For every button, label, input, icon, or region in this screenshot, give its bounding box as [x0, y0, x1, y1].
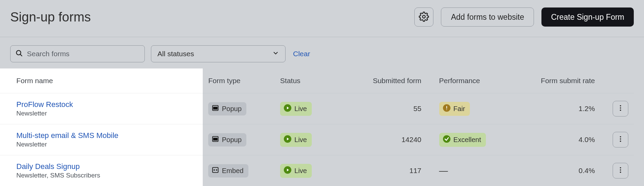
cell-rate: 1.2%: [533, 93, 607, 124]
page-header: Sign-up forms Add forms to website Creat…: [0, 0, 644, 37]
cell-performance: Fair: [434, 93, 533, 124]
svg-rect-14: [214, 138, 217, 140]
embed-icon: [212, 166, 219, 175]
kebab-icon: [617, 135, 624, 144]
status-pill: Live: [280, 102, 312, 116]
col-header-rate[interactable]: Form submit rate: [533, 68, 607, 93]
cell-rate: 4.0%: [533, 124, 607, 155]
col-header-performance[interactable]: Performance: [434, 68, 533, 93]
performance-empty: —: [439, 166, 448, 176]
settings-button[interactable]: [414, 7, 433, 27]
svg-line-2: [20, 55, 22, 56]
form-name-subtitle: Newsletter, SMS Subscribers: [16, 172, 197, 179]
table-row: Daily Deals SignupNewsletter, SMS Subscr…: [0, 155, 634, 186]
status-pill: Live: [280, 164, 312, 178]
cell-status: Live: [275, 155, 352, 186]
clear-filters-link[interactable]: Clear: [293, 50, 310, 58]
status-filter-value: All statuses: [157, 50, 194, 58]
status-label: Live: [294, 136, 307, 144]
performance-pill: Fair: [439, 102, 470, 116]
form-name-link[interactable]: ProFlow Restock: [16, 100, 73, 109]
col-header-status[interactable]: Status: [275, 68, 352, 93]
performance-label: Fair: [454, 105, 465, 113]
popup-icon: [212, 104, 219, 113]
form-name-link[interactable]: Daily Deals Signup: [16, 162, 80, 171]
status-label: Live: [294, 105, 307, 113]
svg-point-25: [620, 169, 621, 171]
header-actions: Add forms to website Create Sign-up Form: [414, 7, 634, 27]
search-input-wrap[interactable]: [10, 45, 145, 62]
add-forms-to-website-button[interactable]: Add forms to website: [441, 7, 534, 27]
table-row: Multi-step email & SMS MobileNewsletterP…: [0, 124, 634, 155]
svg-rect-4: [214, 107, 217, 109]
svg-point-18: [620, 136, 621, 137]
form-type-pill: Embed: [208, 164, 248, 177]
cell-rate: 0.4%: [533, 155, 607, 186]
col-header-menu: [607, 68, 634, 93]
form-type-label: Embed: [222, 167, 243, 175]
check-circle-icon: [443, 135, 451, 145]
svg-point-20: [620, 140, 621, 142]
svg-point-10: [620, 105, 621, 106]
row-actions-button[interactable]: [613, 101, 628, 117]
play-circle-icon: [283, 166, 292, 176]
form-name-link[interactable]: Multi-step email & SMS Mobile: [16, 131, 119, 140]
cell-submitted: 117: [352, 155, 434, 186]
cell-status: Live: [275, 124, 352, 155]
svg-point-12: [620, 109, 621, 111]
cell-actions: [607, 124, 634, 155]
kebab-icon: [617, 166, 624, 175]
cell-type: Embed: [203, 155, 275, 186]
status-label: Live: [294, 167, 307, 175]
table-row: ProFlow RestockNewsletterPopupLive55Fair…: [0, 93, 634, 124]
svg-point-17: [443, 135, 450, 143]
play-circle-icon: [283, 135, 292, 145]
play-circle-icon: [283, 104, 292, 114]
cell-submitted: 14240: [352, 124, 434, 155]
cell-submitted: 55: [352, 93, 434, 124]
cell-actions: [607, 93, 634, 124]
filters-bar: All statuses Clear: [0, 37, 644, 68]
svg-rect-9: [446, 109, 447, 110]
popup-icon: [212, 135, 219, 144]
search-icon: [15, 49, 23, 58]
svg-rect-8: [446, 106, 447, 109]
form-type-pill: Popup: [208, 102, 246, 115]
gear-icon: [419, 12, 429, 23]
cell-status: Live: [275, 93, 352, 124]
form-type-label: Popup: [222, 136, 242, 144]
cell-name: Multi-step email & SMS MobileNewsletter: [0, 124, 203, 155]
cell-type: Popup: [203, 93, 275, 124]
cell-performance: Excellent: [434, 124, 533, 155]
cell-type: Popup: [203, 124, 275, 155]
form-name-subtitle: Newsletter: [16, 110, 197, 117]
svg-point-26: [620, 171, 621, 173]
svg-point-24: [620, 167, 621, 168]
performance-pill: Excellent: [439, 133, 486, 147]
cell-name: ProFlow RestockNewsletter: [0, 93, 203, 124]
cell-performance: —: [434, 155, 533, 186]
warning-circle-icon: [443, 104, 451, 114]
kebab-icon: [617, 104, 624, 113]
create-signup-form-button[interactable]: Create Sign-up Form: [541, 7, 634, 27]
status-filter-select[interactable]: All statuses: [151, 45, 286, 62]
form-name-subtitle: Newsletter: [16, 141, 197, 148]
row-actions-button[interactable]: [613, 132, 628, 148]
forms-table: Form name Form type Status Submitted for…: [0, 68, 634, 186]
performance-label: Excellent: [454, 136, 481, 144]
svg-point-19: [620, 138, 621, 140]
svg-point-0: [423, 15, 425, 18]
col-header-submitted[interactable]: Submitted form: [352, 68, 434, 93]
page-title: Sign-up forms: [10, 10, 414, 25]
search-input[interactable]: [27, 50, 140, 58]
forms-table-wrap: Form name Form type Status Submitted for…: [0, 68, 644, 186]
svg-point-11: [620, 107, 621, 109]
col-header-type[interactable]: Form type: [203, 68, 275, 93]
row-actions-button[interactable]: [613, 163, 628, 179]
form-type-label: Popup: [222, 105, 242, 113]
col-header-name[interactable]: Form name: [0, 68, 203, 93]
cell-actions: [607, 155, 634, 186]
chevron-down-icon: [272, 50, 279, 58]
form-type-pill: Popup: [208, 133, 246, 146]
cell-name: Daily Deals SignupNewsletter, SMS Subscr…: [0, 155, 203, 186]
